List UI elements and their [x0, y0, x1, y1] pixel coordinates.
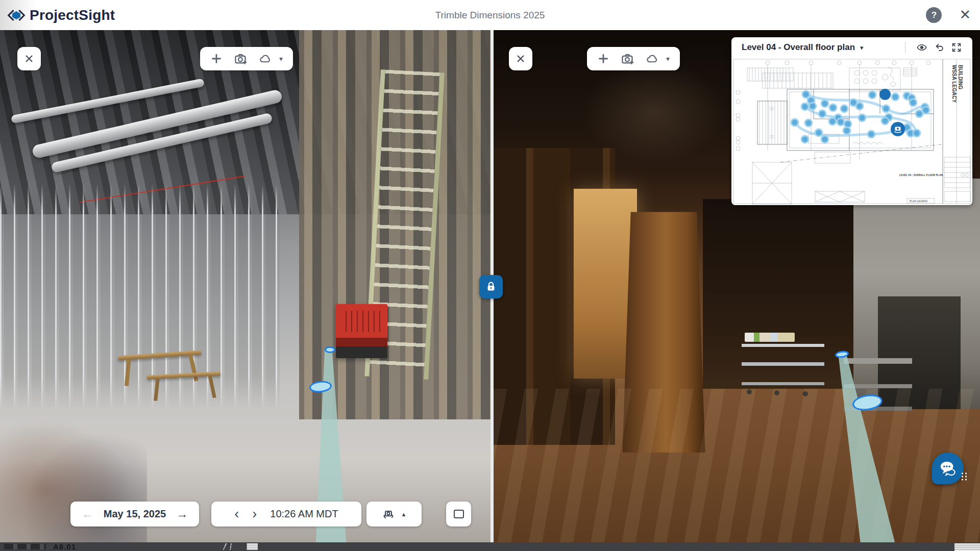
left-time-label: 10:26 AM MDT [270, 508, 338, 520]
camera-mode-caret[interactable]: ▲ [401, 511, 407, 517]
left-photo-metal-studs [0, 184, 280, 409]
right-photo-supply-cart [742, 340, 824, 391]
minimap-waypoint-dot[interactable] [829, 104, 837, 111]
minimap-waypoint-dot[interactable] [843, 127, 850, 134]
drawing-sheet-strip: A8.01 [0, 542, 980, 551]
chat-launcher-button[interactable] [932, 453, 964, 484]
left-date-label: May 15, 2025 [104, 508, 166, 520]
region-shape-button[interactable] [259, 52, 272, 65]
plan-legend-label: PLAN LEGEND [910, 199, 927, 203]
sheet-thumbnail-blocks [4, 544, 46, 549]
left-next-date-button[interactable]: → [176, 508, 188, 520]
app-header: ProjectSight Trimble Dimensions 2025 ? ✕ [0, 0, 980, 30]
add-button[interactable] [597, 53, 609, 65]
minimap-waypoint-dot[interactable] [829, 118, 836, 125]
minimap-waypoint-dot[interactable] [883, 105, 890, 112]
minimap-header: Level 04 - Overall floor plan ▾ [731, 37, 972, 58]
add-photo-button[interactable] [621, 52, 634, 66]
eye-icon [916, 42, 927, 53]
minimap-featured-dot[interactable] [879, 89, 891, 100]
shape-dropdown-caret[interactable]: ▾ [666, 55, 670, 63]
plus-icon [597, 53, 609, 65]
sheet-titleblock-right [954, 543, 980, 551]
right-annotation-toolbar: ▾ [587, 47, 680, 70]
building-label-line1: WSSA LEGACY [951, 65, 957, 103]
app-name: ProjectSight [30, 7, 115, 23]
sheet-number-label: A8.01 [53, 542, 76, 551]
minimap-current-location[interactable] [891, 122, 905, 136]
undo-icon [934, 42, 945, 53]
left-prev-date-button[interactable]: ← [82, 508, 93, 520]
minimap-waypoint-dot[interactable] [791, 119, 798, 126]
lock-icon [485, 281, 497, 293]
minimap-card: Level 04 - Overall floor plan ▾ [731, 37, 972, 205]
project-title: Trimble Dimensions 2025 [435, 10, 545, 21]
add-photo-button[interactable] [234, 52, 248, 66]
panorama-left[interactable]: ▾ ← May 15, 2025 → ‹ › 10:26 AM MDT ▲ [0, 30, 491, 542]
region-shape-button[interactable] [646, 52, 659, 65]
minimap-header-divider [905, 42, 906, 53]
minimap-waypoint-dot[interactable] [821, 100, 828, 107]
right-photo-floor [494, 389, 980, 542]
minimap-waypoint-dot[interactable] [916, 110, 923, 117]
brand: ProjectSight [7, 7, 115, 23]
projectsight-app: ProjectSight Trimble Dimensions 2025 ? ✕ [0, 0, 980, 551]
floorplan-selector[interactable]: Level 04 - Overall floor plan [742, 42, 855, 53]
plus-icon [210, 53, 223, 65]
minimap-waypoint-dot[interactable] [913, 130, 920, 137]
minimap-waypoint-dot[interactable] [815, 129, 822, 136]
left-prev-time-button[interactable]: ‹ [234, 509, 239, 520]
minimap-waypoint-dot[interactable] [881, 117, 889, 124]
left-next-time-button[interactable]: › [252, 509, 257, 520]
floorplan-dropdown-caret[interactable]: ▾ [860, 44, 864, 52]
cloud-shape-icon [646, 52, 659, 65]
right-panel-close-button[interactable] [509, 47, 532, 70]
add-button[interactable] [210, 53, 223, 65]
single-pane-icon [454, 510, 464, 518]
camera-plus-icon [234, 52, 248, 66]
plan-caption: LEVEL 04 - OVERALL FLOOR PLAN [899, 173, 943, 177]
chat-bubbles-icon [938, 460, 958, 477]
left-photo-scissor-lift [336, 304, 387, 358]
sync-lock-button[interactable] [479, 275, 503, 298]
minimap-waypoint-dot[interactable] [801, 136, 808, 143]
close-icon [515, 53, 526, 64]
fullscreen-icon [951, 42, 962, 53]
minimap-waypoint-dot[interactable] [892, 93, 899, 101]
left-annotation-toolbar: ▾ [200, 47, 293, 70]
help-button[interactable]: ? [926, 7, 942, 23]
expand-minimap-button[interactable] [948, 42, 965, 53]
left-panel-close-button[interactable] [17, 47, 41, 70]
reset-view-button[interactable] [930, 42, 948, 53]
header-close-icon[interactable]: ✕ [959, 8, 971, 22]
sheet-linework [206, 543, 247, 550]
sheet-titleblock [247, 543, 258, 550]
cloud-shape-icon [259, 52, 272, 65]
minimap-waypoint-dot[interactable] [859, 114, 866, 121]
minimap-waypoint-dot[interactable] [809, 103, 816, 110]
minimap-waypoint-dot[interactable] [910, 99, 917, 106]
minimap-floorplan[interactable]: WSSA LEGACY BUILDING [732, 58, 972, 205]
minimap-waypoint-dot[interactable] [805, 119, 812, 127]
projectsight-logo-icon [7, 8, 26, 23]
single-pane-view-button[interactable] [446, 502, 471, 527]
minimap-waypoint-dot[interactable] [801, 103, 808, 110]
minimap-waypoint-dot[interactable] [821, 136, 828, 143]
close-icon [23, 53, 35, 64]
camera-360-icon [382, 508, 395, 521]
minimap-waypoint-dot[interactable] [837, 118, 844, 126]
minimap-waypoint-dot[interactable] [869, 91, 876, 98]
left-time-selector: ‹ › 10:26 AM MDT [211, 502, 361, 527]
visibility-toggle-button[interactable] [913, 42, 930, 53]
building-label-line2: BUILDING [958, 65, 963, 90]
minimap-waypoint-dot[interactable] [841, 105, 848, 112]
left-date-selector: ← May 15, 2025 → [70, 502, 199, 527]
minimap-waypoint-dot[interactable] [802, 91, 810, 98]
minimap-waypoint-dot[interactable] [856, 103, 863, 110]
chat-drag-handle[interactable] [961, 472, 967, 481]
camera-plus-icon [621, 52, 634, 66]
left-camera-mode-dropdown[interactable]: ▲ [366, 502, 422, 527]
minimap-waypoint-dot[interactable] [868, 131, 875, 138]
minimap-waypoint-dot[interactable] [819, 110, 826, 117]
shape-dropdown-caret[interactable]: ▾ [279, 55, 283, 63]
